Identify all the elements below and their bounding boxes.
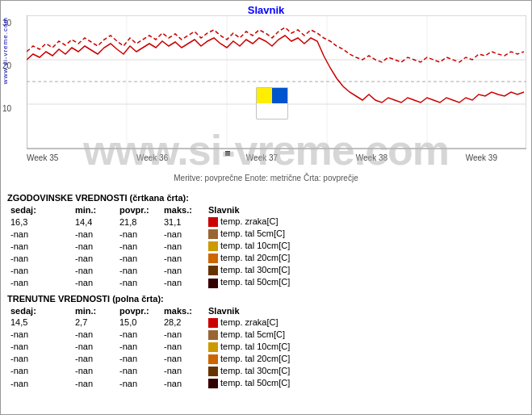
povpr-cell: -nan xyxy=(116,228,161,240)
curr-h-sedaj: sedaj: xyxy=(7,305,72,316)
curr-h-maks: maks.: xyxy=(161,305,205,316)
historical-table: sedaj: min.: povpr.: maks.: Slavnik 16,3… xyxy=(7,204,525,289)
table-row: -nan -nan -nan -nan temp. tal 5cm[C] xyxy=(7,228,525,240)
historical-title: ZGODOVINSKE VREDNOSTI (črtkana črta): xyxy=(7,193,525,203)
hist-h-slavnik: Slavnik xyxy=(205,204,525,216)
color-indicator xyxy=(208,379,218,388)
color-indicator xyxy=(208,217,218,227)
color-indicator xyxy=(208,229,218,239)
sedaj-cell: -nan xyxy=(7,341,72,353)
label-cell: temp. tal 5cm[C] xyxy=(205,329,525,341)
label-cell: temp. tal 5cm[C] xyxy=(205,228,525,240)
maks-cell: -nan xyxy=(161,264,205,276)
x-label-w38: Week 38 xyxy=(356,153,387,162)
min-cell: -nan xyxy=(72,240,116,252)
color-indicator xyxy=(208,254,218,263)
table-row: -nan -nan -nan -nan temp. tal 10cm[C] xyxy=(7,341,525,353)
sedaj-cell: -nan xyxy=(7,365,72,377)
label-cell: temp. tal 10cm[C] xyxy=(205,341,525,353)
maks-cell: -nan xyxy=(161,353,205,365)
label-cell: temp. tal 20cm[C] xyxy=(205,252,525,264)
povpr-cell: -nan xyxy=(116,365,161,377)
min-cell: -nan xyxy=(72,365,116,377)
svg-rect-16 xyxy=(272,103,287,119)
svg-rect-13 xyxy=(257,88,272,103)
x-label-w39: Week 39 xyxy=(466,153,497,162)
label-cell: temp. tal 20cm[C] xyxy=(205,353,525,365)
maks-cell: -nan xyxy=(161,276,205,288)
x-label-w35: Week 35 xyxy=(27,153,58,162)
table-row: -nan -nan -nan -nan temp. tal 10cm[C] xyxy=(7,240,525,252)
label-cell: temp. tal 50cm[C] xyxy=(205,276,525,288)
maks-cell: -nan xyxy=(161,252,205,264)
sedaj-cell: -nan xyxy=(7,276,72,288)
color-indicator xyxy=(208,342,218,352)
color-indicator xyxy=(208,241,218,251)
chart-section: Slavnik www.si-vreme.com 30 20 10 xyxy=(1,1,531,187)
svg-rect-15 xyxy=(257,103,272,119)
color-indicator xyxy=(208,318,218,328)
tables-area: ZGODOVINSKE VREDNOSTI (črtkana črta): se… xyxy=(1,187,531,392)
maks-cell: -nan xyxy=(161,377,205,389)
sedaj-cell: -nan xyxy=(7,377,72,389)
sedaj-cell: -nan xyxy=(7,329,72,341)
povpr-cell: -nan xyxy=(116,341,161,353)
sedaj-cell: -nan xyxy=(7,353,72,365)
min-cell: -nan xyxy=(72,276,116,288)
color-indicator xyxy=(208,279,218,288)
label-cell: temp. tal 30cm[C] xyxy=(205,365,525,377)
maks-cell: -nan xyxy=(161,240,205,252)
label-cell: temp. tal 10cm[C] xyxy=(205,240,525,252)
x-axis: Week 35 Week 36 Week 37 Week 38 Week 39 xyxy=(27,153,497,162)
curr-h-slavnik: Slavnik xyxy=(205,305,525,316)
maks-cell: -nan xyxy=(161,341,205,353)
povpr-cell: -nan xyxy=(116,240,161,252)
min-cell: -nan xyxy=(72,377,116,389)
min-cell: 2,7 xyxy=(72,316,116,329)
chart-legend: Meritve: povprečne Enote: metrične Črta:… xyxy=(1,174,531,182)
sedaj-cell: -nan xyxy=(7,252,72,264)
label-cell: temp. zraka[C] xyxy=(205,316,525,329)
hist-h-sedaj: sedaj: xyxy=(7,204,72,216)
hist-h-maks: maks.: xyxy=(161,204,205,216)
curr-h-povpr: povpr.: xyxy=(116,305,161,316)
povpr-cell: -nan xyxy=(116,276,161,288)
label-cell: temp. tal 50cm[C] xyxy=(205,377,525,389)
min-cell: -nan xyxy=(72,228,116,240)
maks-cell: -nan xyxy=(161,228,205,240)
table-row: -nan -nan -nan -nan temp. tal 30cm[C] xyxy=(7,365,525,377)
table-row: 14,5 2,7 15,0 28,2 temp. zraka[C] xyxy=(7,316,525,329)
maks-cell: -nan xyxy=(161,329,205,341)
color-indicator xyxy=(208,266,218,275)
table-row: -nan -nan -nan -nan temp. tal 20cm[C] xyxy=(7,353,525,365)
x-label-w36: Week 36 xyxy=(136,153,168,162)
x-label-w37: Week 37 xyxy=(246,153,278,162)
povpr-cell: -nan xyxy=(116,252,161,264)
table-row: -nan -nan -nan -nan temp. tal 20cm[C] xyxy=(7,252,525,264)
sedaj-cell: -nan xyxy=(7,228,72,240)
maks-cell: 31,1 xyxy=(161,216,205,228)
table-row: -nan -nan -nan -nan temp. tal 5cm[C] xyxy=(7,329,525,341)
curr-h-min: min.: xyxy=(72,305,116,316)
maks-cell: -nan xyxy=(161,365,205,377)
label-cell: temp. zraka[C] xyxy=(205,216,525,228)
min-cell: -nan xyxy=(72,264,116,276)
label-cell: temp. tal 30cm[C] xyxy=(205,264,525,276)
sedaj-cell: 14,5 xyxy=(7,316,72,329)
povpr-cell: 15,0 xyxy=(116,316,161,329)
povpr-cell: -nan xyxy=(116,264,161,276)
min-cell: -nan xyxy=(72,329,116,341)
color-indicator xyxy=(208,330,218,340)
current-table: sedaj: min.: povpr.: maks.: Slavnik 14,5… xyxy=(7,305,525,390)
min-cell: -nan xyxy=(72,252,116,264)
maks-cell: 28,2 xyxy=(161,316,205,329)
sedaj-cell: 16,3 xyxy=(7,216,72,228)
y-label-10: 10 xyxy=(2,104,11,113)
povpr-cell: -nan xyxy=(116,353,161,365)
main-container: Slavnik www.si-vreme.com 30 20 10 xyxy=(0,0,532,415)
current-title: TRENUTNE VREDNOSTI (polna črta): xyxy=(7,294,525,304)
povpr-cell: -nan xyxy=(116,377,161,389)
hist-h-povpr: povpr.: xyxy=(116,204,161,216)
chart-svg xyxy=(27,15,526,165)
povpr-cell: -nan xyxy=(116,329,161,341)
